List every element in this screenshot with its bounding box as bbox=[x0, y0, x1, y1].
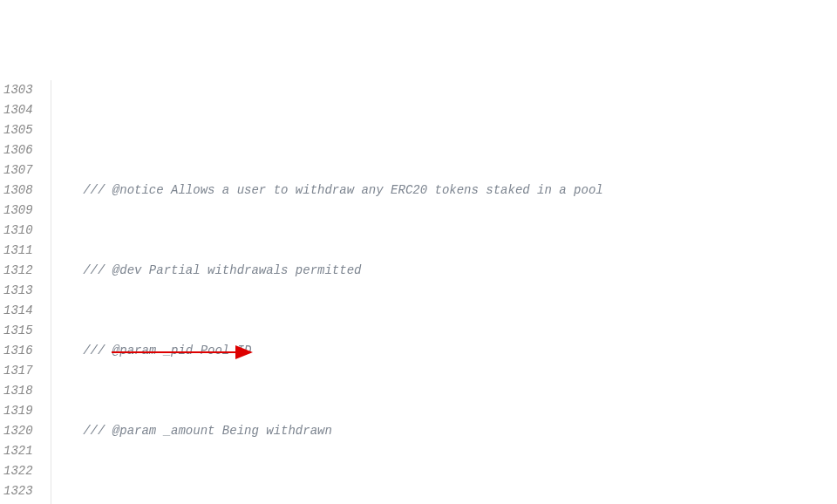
line-number: 1310 bbox=[0, 221, 37, 241]
line-number: 1319 bbox=[0, 401, 37, 421]
line-number: 1311 bbox=[0, 241, 37, 261]
line-number: 1306 bbox=[0, 140, 37, 160]
line-number: 1320 bbox=[0, 421, 37, 441]
indent-guide bbox=[51, 80, 51, 504]
comment-text: /// @param _amount Being withdrawn bbox=[83, 424, 332, 438]
line-number: 1317 bbox=[0, 361, 37, 381]
comment-text: /// @dev Partial withdrawals permitted bbox=[83, 263, 361, 277]
line-number: 1303 bbox=[0, 80, 37, 100]
line-number: 1315 bbox=[0, 321, 37, 341]
line-number: 1318 bbox=[0, 381, 37, 401]
line-number: 1305 bbox=[0, 120, 37, 140]
code-area: /// @notice Allows a user to withdraw an… bbox=[51, 80, 837, 504]
line-number: 1309 bbox=[0, 201, 37, 221]
line-number: 1323 bbox=[0, 481, 37, 501]
line-number: 1314 bbox=[0, 301, 37, 321]
line-number: 1322 bbox=[0, 461, 37, 481]
code-line: /// @notice Allows a user to withdraw an… bbox=[54, 180, 837, 201]
code-editor: 1303130413051306130713081309131013111312… bbox=[0, 80, 837, 504]
code-line: /// @dev Partial withdrawals permitted bbox=[54, 261, 837, 281]
annotation-arrow-icon bbox=[138, 476, 635, 504]
line-number: 1321 bbox=[0, 441, 37, 461]
comment-text: /// @notice Allows a user to withdraw an… bbox=[83, 183, 603, 197]
comment-text: /// @param _pid Pool ID bbox=[83, 344, 251, 358]
line-number-gutter: 1303130413051306130713081309131013111312… bbox=[0, 80, 51, 504]
line-number: 1307 bbox=[0, 160, 37, 180]
line-number: 1313 bbox=[0, 281, 37, 301]
line-number: 1312 bbox=[0, 261, 37, 281]
line-number: 1304 bbox=[0, 100, 37, 120]
line-number: 1308 bbox=[0, 180, 37, 201]
code-line: /// @param _pid Pool ID bbox=[54, 341, 837, 361]
code-line: /// @param _amount Being withdrawn bbox=[54, 421, 837, 441]
line-number: 1316 bbox=[0, 341, 37, 361]
